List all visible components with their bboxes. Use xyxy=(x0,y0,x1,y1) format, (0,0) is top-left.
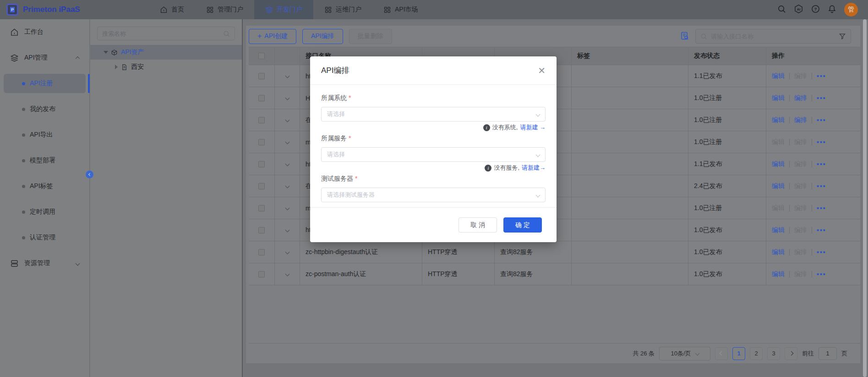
arrange-link[interactable]: 编排 xyxy=(794,182,807,190)
select-all-checkbox[interactable] xyxy=(258,53,265,59)
arrange-link[interactable]: 编排 xyxy=(794,248,807,256)
prev-page-button[interactable] xyxy=(715,347,728,360)
more-actions-button[interactable]: ••• xyxy=(817,249,826,256)
more-actions-button[interactable]: ••• xyxy=(817,271,826,278)
api-create-button[interactable]: +API创建 xyxy=(249,29,296,44)
row-expander-icon[interactable] xyxy=(285,184,289,188)
sidebar-item-9[interactable]: 资源管理 xyxy=(0,250,89,276)
panel-divider[interactable] xyxy=(242,19,243,377)
edit-link[interactable]: 编辑 xyxy=(772,72,785,80)
sidebar-subitem-7[interactable]: 定时调用 xyxy=(0,199,89,225)
create-system-link[interactable]: 请新建 → xyxy=(520,123,546,132)
more-actions-button[interactable]: ••• xyxy=(817,205,826,212)
confirm-button[interactable]: 确 定 xyxy=(503,217,542,233)
service-select[interactable]: 请选择 xyxy=(321,147,546,162)
nav-item-4[interactable]: API市场 xyxy=(372,0,429,19)
page-size-select[interactable]: 10条/页 xyxy=(659,347,710,360)
column-settings-icon[interactable] xyxy=(680,31,689,42)
create-service-link[interactable]: 请新建→ xyxy=(522,164,546,172)
sidebar-subitem-2[interactable]: API注册 xyxy=(0,71,89,96)
tree-search-input[interactable] xyxy=(102,30,223,37)
sidebar-subitem-3[interactable]: 我的发布 xyxy=(0,96,89,122)
arrange-link[interactable]: 编排 xyxy=(794,138,807,146)
arrange-link[interactable]: 编排 xyxy=(794,160,807,168)
sidebar-subitem-4[interactable]: API导出 xyxy=(0,122,89,148)
api-orchestrate-button[interactable]: API编排 xyxy=(302,29,343,44)
page-button-2[interactable]: 2 xyxy=(750,347,763,360)
cancel-button[interactable]: 取 消 xyxy=(459,217,497,233)
row-expander-icon[interactable] xyxy=(285,74,289,78)
sidebar-subitem-6[interactable]: API标签 xyxy=(0,173,89,199)
more-actions-button[interactable]: ••• xyxy=(817,72,826,80)
more-actions-button[interactable]: ••• xyxy=(817,161,826,168)
edit-link[interactable]: 编辑 xyxy=(772,248,785,256)
row-checkbox[interactable] xyxy=(258,73,265,79)
caret-expanded-icon[interactable] xyxy=(104,51,108,54)
row-checkbox[interactable] xyxy=(258,139,265,145)
nav-item-0[interactable]: 首页 xyxy=(149,0,195,19)
nav-item-1[interactable]: 管理门户 xyxy=(195,0,254,19)
row-expander-icon[interactable] xyxy=(285,250,289,255)
more-actions-button[interactable]: ••• xyxy=(817,183,826,190)
more-actions-button[interactable]: ••• xyxy=(817,116,826,124)
row-expander-icon[interactable] xyxy=(285,206,289,211)
edit-link[interactable]: 编辑 xyxy=(772,160,785,168)
sidebar-subitem-8[interactable]: 认证管理 xyxy=(0,225,89,250)
batch-delete-button[interactable]: 批量删除 xyxy=(349,29,392,44)
edit-link[interactable]: 编辑 xyxy=(772,94,785,102)
arrange-link[interactable]: 编排 xyxy=(794,72,807,80)
row-checkbox[interactable] xyxy=(258,205,265,211)
page-button-3[interactable]: 3 xyxy=(767,347,780,360)
ai-assistant-icon[interactable]: AI xyxy=(794,4,803,15)
row-checkbox[interactable] xyxy=(258,117,265,123)
edit-link[interactable]: 编辑 xyxy=(772,270,785,278)
sidebar-item-1[interactable]: API管理 xyxy=(0,45,89,71)
row-checkbox[interactable] xyxy=(258,227,265,233)
notification-bell-icon[interactable] xyxy=(828,5,836,15)
row-expander-icon[interactable] xyxy=(285,162,289,166)
caret-collapsed-icon[interactable] xyxy=(115,65,118,69)
row-expander-icon[interactable] xyxy=(285,140,289,144)
arrange-link[interactable]: 编排 xyxy=(794,270,807,278)
sidebar-subitem-5[interactable]: 模型部署 xyxy=(0,148,89,173)
edit-link[interactable]: 编辑 xyxy=(772,204,785,212)
more-actions-button[interactable]: ••• xyxy=(817,227,826,234)
more-actions-button[interactable]: ••• xyxy=(817,94,826,102)
edit-link[interactable]: 编辑 xyxy=(772,226,785,234)
sidebar-item-0[interactable]: 工作台 xyxy=(0,19,89,45)
row-expander-icon[interactable] xyxy=(285,272,289,277)
arrange-link[interactable]: 编排 xyxy=(794,94,807,102)
more-actions-button[interactable]: ••• xyxy=(817,139,826,146)
edit-link[interactable]: 编辑 xyxy=(772,182,785,190)
scrollbar[interactable] xyxy=(863,19,867,377)
row-checkbox[interactable] xyxy=(258,183,265,189)
row-expander-icon[interactable] xyxy=(285,118,289,122)
arrange-link[interactable]: 编排 xyxy=(794,226,807,234)
goto-page-input[interactable] xyxy=(819,347,837,360)
next-page-button[interactable] xyxy=(785,347,797,360)
filter-icon[interactable] xyxy=(839,33,846,40)
tree-node-0[interactable]: API资产 xyxy=(90,45,242,60)
api-search-input[interactable] xyxy=(711,33,839,40)
row-checkbox[interactable] xyxy=(258,271,265,277)
row-checkbox[interactable] xyxy=(258,161,265,167)
page-button-1[interactable]: 1 xyxy=(732,347,745,360)
test-server-select[interactable]: 请选择测试服务器 xyxy=(321,188,546,202)
row-expander-icon[interactable] xyxy=(285,96,289,100)
edit-link[interactable]: 编辑 xyxy=(772,116,785,124)
row-expander-icon[interactable] xyxy=(285,228,289,233)
row-checkbox[interactable] xyxy=(258,95,265,101)
tree-node-1[interactable]: 西安 xyxy=(90,60,242,74)
arrange-link[interactable]: 编排 xyxy=(794,116,807,124)
arrange-link[interactable]: 编排 xyxy=(794,204,807,212)
edit-link[interactable]: 编辑 xyxy=(772,138,785,146)
help-icon[interactable]: ? xyxy=(811,5,820,15)
system-select[interactable]: 请选择 xyxy=(321,107,546,122)
nav-item-2[interactable]: 开发门户 xyxy=(254,0,313,19)
panel-collapse-button[interactable] xyxy=(86,171,93,178)
user-avatar[interactable]: 管 xyxy=(844,3,858,17)
row-checkbox[interactable] xyxy=(258,249,265,255)
close-icon[interactable]: ✕ xyxy=(538,66,546,75)
search-icon[interactable] xyxy=(777,5,786,15)
nav-item-3[interactable]: 运维门户 xyxy=(313,0,372,19)
